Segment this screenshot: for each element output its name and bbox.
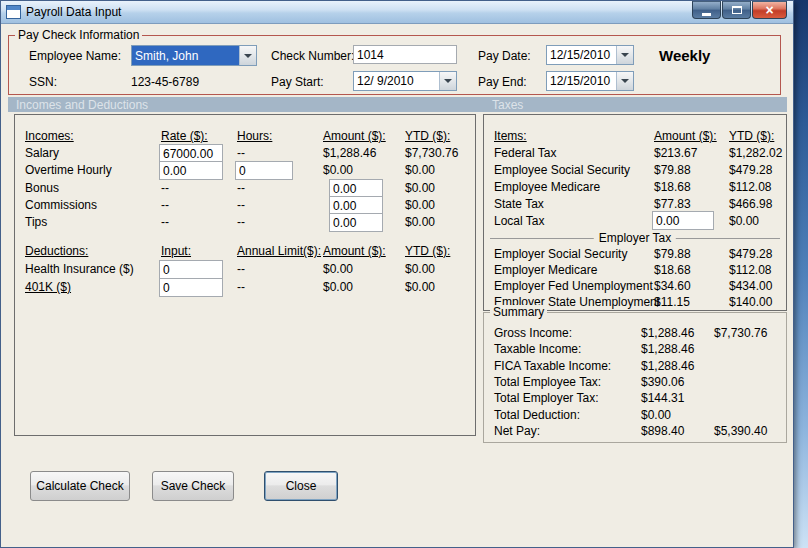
deduction-limit: -- bbox=[237, 280, 245, 294]
incomes-col-header: Incomes: bbox=[25, 129, 74, 143]
window-title: Payroll Data Input bbox=[26, 5, 121, 19]
tax-amount: $34.60 bbox=[654, 279, 691, 293]
amount-col-header: Amount ($): bbox=[654, 129, 717, 143]
summary-label: Net Pay: bbox=[494, 424, 540, 438]
health-insurance-input[interactable] bbox=[159, 260, 223, 279]
tax-row-employee-social-security: Employee Social Security $79.88 $479.28 bbox=[484, 163, 786, 179]
pay-date-dropdown-button[interactable] bbox=[616, 46, 633, 64]
rate-col-header: Rate ($): bbox=[161, 129, 208, 143]
income-label: Overtime Hourly bbox=[25, 163, 112, 177]
tax-ytd: $466.98 bbox=[729, 197, 772, 211]
pay-frequency-label: Weekly bbox=[659, 47, 710, 64]
app-icon bbox=[6, 5, 21, 19]
hours-col-header: Hours: bbox=[237, 129, 272, 143]
income-label: Commissions bbox=[25, 198, 97, 212]
close-button[interactable]: Close bbox=[264, 471, 338, 501]
pay-date-label: Pay Date: bbox=[478, 49, 531, 63]
deduction-label: 401K ($) bbox=[25, 280, 71, 294]
tax-row-employee-medicare: Employee Medicare $18.68 $112.08 bbox=[484, 180, 786, 196]
summary-row-net-pay: Net Pay: $898.40 $5,390.40 bbox=[484, 424, 786, 440]
deductions-header-row: Deductions: Input: Annual Limit($): Amou… bbox=[15, 244, 475, 260]
deduction-limit: -- bbox=[237, 262, 245, 276]
pay-start-value: 12/ 9/2010 bbox=[354, 72, 439, 90]
summary-row-total-deduction: Total Deduction: $0.00 bbox=[484, 408, 786, 424]
deduction-row-401k: 401K ($) -- $0.00 $0.00 bbox=[15, 280, 475, 296]
check-number-input[interactable] bbox=[353, 45, 457, 64]
maximize-button[interactable] bbox=[722, 1, 751, 19]
deduction-ytd: $0.00 bbox=[405, 262, 435, 276]
chevron-down-icon bbox=[444, 79, 452, 83]
overtime-hours-input[interactable] bbox=[235, 161, 293, 180]
summary-row-total-employee-tax: Total Employee Tax: $390.06 bbox=[484, 375, 786, 391]
chevron-down-icon bbox=[244, 54, 252, 58]
items-col-header: Items: bbox=[494, 129, 527, 143]
income-row-bonus: Bonus -- -- $0.00 bbox=[15, 181, 475, 197]
pay-start-dropdown-button[interactable] bbox=[439, 72, 456, 90]
employer-tax-divider: Employer Tax bbox=[490, 230, 780, 244]
chevron-down-icon bbox=[621, 79, 629, 83]
deduction-amount: $0.00 bbox=[323, 262, 353, 276]
overtime-rate-input[interactable] bbox=[159, 161, 223, 180]
amount-col-header: Amount ($): bbox=[323, 244, 386, 258]
summary-amount: $1,288.46 bbox=[641, 326, 694, 340]
summary-label: Total Employee Tax: bbox=[494, 375, 601, 389]
summary-ytd: $7,730.76 bbox=[714, 326, 767, 340]
minimize-button[interactable] bbox=[692, 1, 721, 19]
pay-start-label: Pay Start: bbox=[271, 75, 324, 89]
income-row-commissions: Commissions -- -- $0.00 bbox=[15, 198, 475, 214]
ssn-label: SSN: bbox=[29, 75, 57, 89]
income-row-salary: Salary -- $1,288.46 $7,730.76 bbox=[15, 146, 475, 162]
tax-ytd: $140.00 bbox=[729, 295, 772, 309]
save-check-button[interactable]: Save Check bbox=[152, 471, 234, 501]
income-rate: -- bbox=[161, 181, 169, 195]
employee-name-label: Employee Name: bbox=[29, 49, 121, 63]
calculate-check-button[interactable]: Calculate Check bbox=[30, 471, 130, 501]
amount-col-header: Amount ($): bbox=[323, 129, 386, 143]
payroll-window: Payroll Data Input × Pay Check Informati… bbox=[0, 0, 794, 548]
income-ytd: $0.00 bbox=[405, 181, 435, 195]
income-label: Bonus bbox=[25, 181, 59, 195]
employer-tax-header: Employer Tax bbox=[594, 231, 676, 245]
pay-end-dropdown-button[interactable] bbox=[616, 72, 633, 90]
pay-start-picker[interactable]: 12/ 9/2010 bbox=[353, 71, 457, 91]
paycheck-info-group-title: Pay Check Information bbox=[15, 28, 142, 42]
titlebar[interactable]: Payroll Data Input × bbox=[1, 1, 793, 24]
pay-end-value: 12/15/2010 bbox=[547, 72, 616, 90]
summary-amount: $898.40 bbox=[641, 424, 684, 438]
deduction-ytd: $0.00 bbox=[405, 280, 435, 294]
window-controls: × bbox=[692, 1, 787, 19]
deductions-col-header: Deductions: bbox=[25, 244, 88, 258]
income-amount: $1,288.46 bbox=[323, 146, 376, 160]
ssn-value: 123-45-6789 bbox=[131, 75, 199, 89]
tax-row-federal: Federal Tax $213.67 $1,282.02 bbox=[484, 146, 786, 162]
summary-label: Gross Income: bbox=[494, 326, 572, 340]
close-window-button[interactable]: × bbox=[752, 1, 787, 19]
income-hours: -- bbox=[237, 181, 245, 195]
tax-amount: $18.68 bbox=[654, 263, 691, 277]
employee-name-select[interactable]: Smith, John bbox=[131, 45, 257, 66]
summary-row-gross-income: Gross Income: $1,288.46 $7,730.76 bbox=[484, 326, 786, 342]
employee-name-dropdown-button[interactable] bbox=[239, 46, 256, 65]
pay-date-picker[interactable]: 12/15/2010 bbox=[546, 45, 634, 65]
k401-input[interactable] bbox=[159, 278, 223, 297]
tax-ytd: $112.08 bbox=[729, 180, 772, 194]
summary-amount: $0.00 bbox=[641, 408, 671, 422]
tax-label: Employer Medicare bbox=[494, 263, 597, 277]
pay-end-label: Pay End: bbox=[478, 75, 527, 89]
incomes-deductions-section-title: Incomes and Deductions bbox=[16, 98, 148, 112]
check-number-label: Check Number: bbox=[271, 49, 354, 63]
tax-ytd: $112.08 bbox=[729, 263, 772, 277]
tax-row-local: Local Tax $0.00 bbox=[484, 214, 786, 230]
summary-label: Taxable Income: bbox=[494, 342, 581, 356]
ytd-col-header: YTD ($): bbox=[729, 129, 774, 143]
tips-amount-input[interactable] bbox=[329, 213, 383, 232]
income-ytd: $0.00 bbox=[405, 198, 435, 212]
tax-amount: $11.15 bbox=[654, 295, 690, 309]
pay-end-picker[interactable]: 12/15/2010 bbox=[546, 71, 634, 91]
income-amount: $0.00 bbox=[323, 163, 353, 177]
deduction-amount: $0.00 bbox=[323, 280, 353, 294]
chevron-down-icon bbox=[621, 53, 629, 57]
paycheck-info-group: Pay Check Information Employee Name: Smi… bbox=[8, 35, 781, 95]
local-tax-input[interactable] bbox=[652, 211, 714, 230]
deduction-row-health-insurance: Health Insurance ($) -- $0.00 $0.00 bbox=[15, 262, 475, 278]
